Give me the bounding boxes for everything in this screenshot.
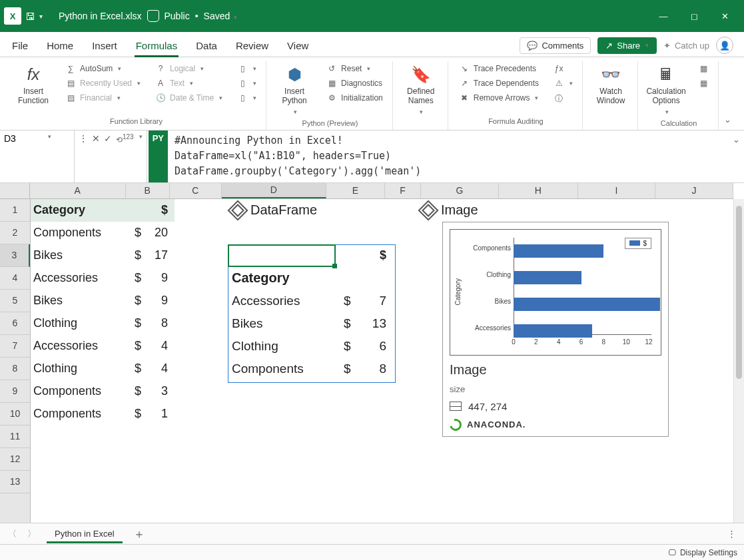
cell-b1[interactable]: $ xyxy=(129,199,172,222)
df-val-1[interactable]: 13 xyxy=(357,312,390,335)
display-settings-button[interactable]: Display Settings xyxy=(680,548,737,557)
tab-formulas[interactable]: Formulas xyxy=(135,35,179,57)
remove-arrows-button[interactable]: ✖Remove Arrows▾ xyxy=(456,92,542,104)
column-header-f[interactable]: F xyxy=(385,183,421,198)
calculation-options-button[interactable]: 🖩 Calculation Options ▾ xyxy=(646,63,686,118)
row-header-2[interactable]: 2 xyxy=(0,222,30,244)
trace-precedents-button[interactable]: ↘Trace Precedents xyxy=(456,63,542,75)
name-box[interactable]: ▾ xyxy=(0,131,75,182)
tab-view[interactable]: View xyxy=(286,35,310,57)
cell-a4[interactable]: Accessories xyxy=(33,267,127,290)
cell-a8[interactable]: Clothing xyxy=(33,358,127,380)
df-currency-header[interactable]: $ xyxy=(336,244,393,267)
cell-a6[interactable]: Clothing xyxy=(33,312,127,335)
calculate-now-button[interactable]: ▦ xyxy=(695,63,711,75)
cell-a2[interactable]: Components xyxy=(33,222,127,244)
cell-b5[interactable]: 9 xyxy=(147,290,171,312)
cell-a9[interactable]: Components xyxy=(33,380,127,403)
cell-b9[interactable]: 3 xyxy=(147,380,171,403)
trace-dependents-button[interactable]: ↗Trace Dependents xyxy=(456,77,542,89)
reset-button[interactable]: ↺Reset▾ xyxy=(324,63,386,75)
financial-button[interactable]: ▤Financial▾ xyxy=(63,92,143,104)
tab-home[interactable]: Home xyxy=(45,35,75,57)
tab-data[interactable]: Data xyxy=(194,35,218,57)
autosum-button[interactable]: ∑AutoSum▾ xyxy=(63,63,143,75)
sheet-tab-active[interactable]: Python in Excel xyxy=(47,525,123,543)
enter-formula-button[interactable]: ✓ xyxy=(104,133,112,144)
add-sheet-button[interactable]: ＋ xyxy=(133,526,145,542)
watch-window-button[interactable]: 👓 Watch Window xyxy=(591,63,631,109)
calculate-sheet-button[interactable]: ▦ xyxy=(695,77,711,89)
show-formulas-button[interactable]: ƒx xyxy=(551,63,575,75)
more-functions-3[interactable]: ▯▾ xyxy=(234,92,259,104)
df-cat-0[interactable]: Accessories xyxy=(232,290,300,312)
cell-a3[interactable]: Bikes xyxy=(33,244,127,267)
cancel-formula-button[interactable]: ✕ xyxy=(92,133,100,144)
save-icon[interactable]: 🖫 xyxy=(25,11,35,22)
initialization-button[interactable]: ⚙Initialization xyxy=(324,92,386,104)
column-header-b[interactable]: B xyxy=(126,183,170,198)
row-header-12[interactable]: 12 xyxy=(0,448,30,471)
cell-b6[interactable]: 8 xyxy=(147,312,171,335)
sheet-nav-prev[interactable]: 〈 xyxy=(8,528,17,540)
row-header-10[interactable]: 10 xyxy=(0,403,30,425)
worksheet-grid[interactable]: ABCDEFGHIJ 12345678910111213 Category $ … xyxy=(0,183,744,523)
recently-used-button[interactable]: ▤Recently Used▾ xyxy=(63,77,143,89)
cell-b2[interactable]: 20 xyxy=(147,222,171,244)
cell-b7[interactable]: 4 xyxy=(147,335,171,358)
more-functions-1[interactable]: ▯▾ xyxy=(234,63,259,75)
more-icon[interactable]: ⋮ xyxy=(79,133,88,144)
row-header-1[interactable]: 1 xyxy=(0,199,30,222)
insert-function-button[interactable]: fx Insert Function xyxy=(13,63,53,109)
df-cat-2[interactable]: Clothing xyxy=(232,335,278,358)
tab-file[interactable]: File xyxy=(11,35,29,57)
dataframe-header[interactable]: DataFrame xyxy=(230,199,317,222)
row-header-7[interactable]: 7 xyxy=(0,335,30,358)
df-val-3[interactable]: 8 xyxy=(357,358,390,380)
df-val-2[interactable]: 6 xyxy=(357,335,390,358)
insert-python-button[interactable]: ⬢ Insert Python ▾ xyxy=(274,63,314,118)
row-header-11[interactable]: 11 xyxy=(0,425,30,448)
scrollbar-thumb[interactable] xyxy=(736,206,742,379)
window-minimize-button[interactable]: — xyxy=(648,0,679,32)
text-button[interactable]: AText▾ xyxy=(153,77,225,89)
collapse-ribbon-button[interactable]: ⌄ xyxy=(720,61,735,130)
image-header[interactable]: Image xyxy=(421,199,478,222)
date-time-button[interactable]: 🕓Date & Time▾ xyxy=(153,92,225,104)
evaluate-formula-button[interactable]: ⓘ xyxy=(551,92,575,106)
more-functions-2[interactable]: ▯▾ xyxy=(234,77,259,89)
row-header-6[interactable]: 6 xyxy=(0,312,30,335)
image-card[interactable]: Category $ ComponentsClothingBikesAccess… xyxy=(442,222,669,437)
df-row-header[interactable]: Category xyxy=(232,267,290,290)
sheet-options-button[interactable]: ⋮ xyxy=(727,529,736,539)
row-header-4[interactable]: 4 xyxy=(0,267,30,290)
row-header-8[interactable]: 8 xyxy=(0,358,30,380)
diagnostics-button[interactable]: ▦Diagnostics xyxy=(324,77,386,89)
cell-a1[interactable]: Category xyxy=(33,199,127,222)
expand-formula-bar-button[interactable]: ⌄ xyxy=(728,131,744,182)
column-header-g[interactable]: G xyxy=(421,183,499,198)
column-header-j[interactable]: J xyxy=(655,183,733,198)
select-all-corner[interactable] xyxy=(0,183,30,198)
share-button[interactable]: ↗ Share ▾ xyxy=(597,37,657,54)
cell-b10[interactable]: 1 xyxy=(147,403,171,425)
cell-a5[interactable]: Bikes xyxy=(33,290,127,312)
chevron-down-icon[interactable]: ▾ xyxy=(48,133,51,140)
row-header-3[interactable]: 3 xyxy=(0,244,30,267)
df-cat-3[interactable]: Components xyxy=(232,358,304,380)
name-box-input[interactable] xyxy=(4,133,44,144)
column-header-h[interactable]: H xyxy=(499,183,578,198)
sheet-nav-next[interactable]: 〉 xyxy=(27,528,36,540)
column-header-i[interactable]: I xyxy=(578,183,656,198)
comments-button[interactable]: 💬 Comments xyxy=(520,37,591,54)
column-header-d[interactable]: D xyxy=(222,183,327,198)
row-header-13[interactable]: 13 xyxy=(0,471,30,493)
account-button[interactable]: 👤 xyxy=(716,37,733,54)
save-state[interactable]: Saved ▾ xyxy=(204,11,238,21)
cell-b8[interactable]: 4 xyxy=(147,358,171,380)
error-checking-button[interactable]: ⚠▾ xyxy=(551,77,575,89)
catch-up-button[interactable]: ✦ Catch up xyxy=(663,41,709,51)
python-toggle-icon[interactable]: ⟲123 xyxy=(116,133,134,144)
defined-names-button[interactable]: 🔖 Defined Names ▾ xyxy=(401,63,441,118)
df-cat-1[interactable]: Bikes xyxy=(232,312,262,335)
